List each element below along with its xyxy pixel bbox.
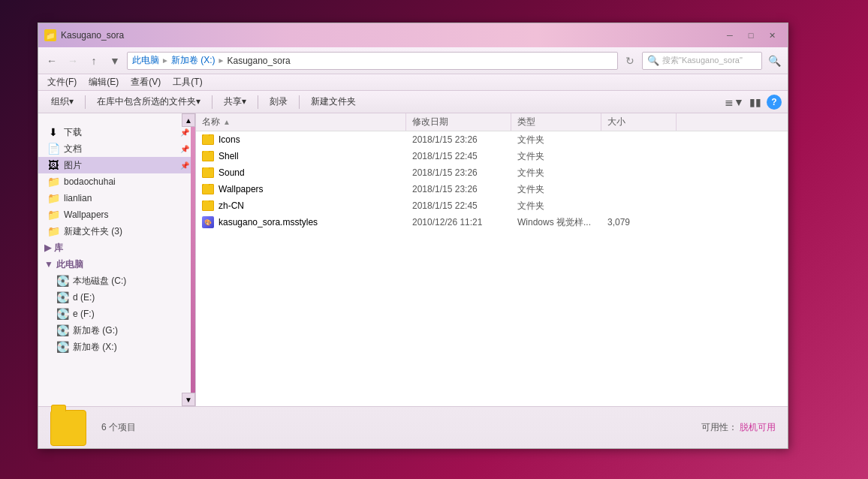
folder-icon bbox=[202, 200, 214, 211]
table-row[interactable]: Icons 2018/1/15 23:26 文件夹 bbox=[196, 131, 788, 148]
pin-icon-3: 📌 bbox=[180, 161, 189, 170]
drive-g-icon: 💽 bbox=[56, 324, 68, 336]
sidebar-item-documents[interactable]: 📄 文档 📌 bbox=[38, 140, 195, 157]
drive-c-icon: 💽 bbox=[56, 275, 68, 287]
pin-icon: 📌 bbox=[180, 128, 189, 137]
sidebar-item-bodaochuhai-label: bodaochuhai bbox=[64, 176, 116, 187]
folder-icon-lian: 📁 bbox=[47, 192, 59, 204]
pictures-icon: 🖼 bbox=[47, 159, 59, 171]
col-type[interactable]: 类型 bbox=[511, 113, 601, 131]
sidebar-item-local-c[interactable]: 💽 本地磁盘 (C:) bbox=[38, 273, 195, 289]
menu-edit[interactable]: 编辑(E) bbox=[83, 74, 125, 90]
burn-button[interactable]: 刻录 bbox=[263, 94, 294, 110]
file-name-icons: Icons bbox=[196, 134, 406, 145]
search-box[interactable]: 🔍 搜索"Kasugano_sora" bbox=[642, 52, 762, 70]
sidebar-item-drive-g[interactable]: 💽 新加卷 (G:) bbox=[38, 322, 195, 339]
file-name-msstyles: 🎨 kasugano_sora.msstyles bbox=[196, 216, 406, 228]
back-button[interactable]: ← bbox=[43, 52, 61, 70]
toolbar-separator-2 bbox=[212, 95, 212, 109]
file-date-wallpapers: 2018/1/15 23:26 bbox=[406, 184, 511, 194]
sidebar-item-new-folder-label: 新建文件夹 (3) bbox=[64, 225, 122, 238]
table-row[interactable]: Wallpapers 2018/1/15 23:26 文件夹 bbox=[196, 181, 788, 197]
status-bar: 6 个项目 可用性： 脱机可用 bbox=[38, 406, 788, 448]
folder-icon bbox=[202, 134, 214, 145]
menu-view[interactable]: 查看(V) bbox=[125, 74, 167, 90]
table-row[interactable]: Shell 2018/1/15 22:45 文件夹 bbox=[196, 148, 788, 164]
menu-bar: 文件(F) 编辑(E) 查看(V) 工具(T) bbox=[38, 74, 788, 91]
status-count: 6 个项目 bbox=[101, 421, 136, 434]
search-button[interactable]: 🔍 bbox=[765, 52, 783, 70]
sidebar-item-bodaochuhai[interactable]: 📁 bodaochuhai bbox=[38, 173, 195, 190]
file-type-zhcn: 文件夹 bbox=[511, 200, 601, 212]
recent-locations-button[interactable]: ▼ bbox=[106, 52, 124, 70]
organize-button[interactable]: 组织▾ bbox=[44, 94, 80, 110]
sidebar-scroll-down[interactable]: ▼ bbox=[182, 393, 195, 406]
file-date-shell: 2018/1/15 22:45 bbox=[406, 151, 511, 161]
file-header: 名称 ▲ 修改日期 类型 大小 bbox=[196, 113, 788, 131]
main-area: ▲ ⬇ 下载 📌 📄 文档 📌 🖼 图片 📌 📁 bbox=[38, 113, 788, 406]
table-row[interactable]: zh-CN 2018/1/15 22:45 文件夹 bbox=[196, 197, 788, 214]
sidebar-item-documents-label: 文档 bbox=[64, 143, 82, 155]
sidebar-item-drive-d[interactable]: 💽 d (E:) bbox=[38, 289, 195, 306]
search-icon: 🔍 bbox=[647, 55, 659, 66]
sidebar-item-local-c-label: 本地磁盘 (C:) bbox=[73, 275, 126, 288]
window-title: Kasugano_sora bbox=[61, 30, 720, 41]
breadcrumb-pc[interactable]: 此电脑 bbox=[132, 54, 159, 67]
col-name[interactable]: 名称 ▲ bbox=[196, 113, 406, 131]
file-type-msstyles: Windows 视觉样... bbox=[511, 216, 601, 229]
sidebar-item-pictures-label: 图片 bbox=[64, 159, 82, 172]
file-date-msstyles: 2010/12/26 11:21 bbox=[406, 217, 511, 227]
sidebar-item-lianlian[interactable]: 📁 lianlian bbox=[38, 190, 195, 206]
folder-icon-new: 📁 bbox=[47, 225, 59, 237]
drive-e-icon: 💽 bbox=[56, 308, 68, 320]
up-button[interactable]: ↑ bbox=[85, 52, 103, 70]
table-row[interactable]: 🎨 kasugano_sora.msstyles 2010/12/26 11:2… bbox=[196, 214, 788, 230]
file-date-icons: 2018/1/15 23:26 bbox=[406, 134, 511, 145]
new-folder-button[interactable]: 新建文件夹 bbox=[304, 94, 363, 110]
file-area: 名称 ▲ 修改日期 类型 大小 Icons bbox=[196, 113, 788, 406]
sidebar-item-lianlian-label: lianlian bbox=[64, 193, 92, 203]
document-icon: 📄 bbox=[47, 143, 59, 155]
table-row[interactable]: Sound 2018/1/15 23:26 文件夹 bbox=[196, 164, 788, 181]
file-type-shell: 文件夹 bbox=[511, 150, 601, 163]
sidebar-item-wallpapers[interactable]: 📁 Wallpapers bbox=[38, 206, 195, 223]
breadcrumb-current: Kasugano_sora bbox=[227, 56, 290, 66]
sidebar-item-downloads[interactable]: ⬇ 下载 📌 bbox=[38, 124, 195, 140]
breadcrumb: 此电脑 ► 新加卷 (X:) ► Kasugano_sora bbox=[127, 52, 618, 70]
menu-file[interactable]: 文件(F) bbox=[41, 74, 83, 90]
sidebar-item-drive-x[interactable]: 💽 新加卷 (X:) bbox=[38, 339, 195, 355]
minimize-button[interactable]: ─ bbox=[720, 28, 740, 43]
this-pc-section: ▼ 此电脑 bbox=[38, 256, 195, 273]
file-name-zhcn: zh-CN bbox=[196, 200, 406, 211]
view-toggle-button[interactable]: ≣▼ bbox=[725, 94, 744, 110]
drive-d-icon: 💽 bbox=[56, 291, 68, 303]
breadcrumb-drive[interactable]: 新加卷 (X:) bbox=[171, 54, 215, 67]
file-name-shell: Shell bbox=[196, 151, 406, 161]
sidebar-item-pictures[interactable]: 🖼 图片 📌 bbox=[38, 157, 195, 173]
toolbar-separator-1 bbox=[85, 95, 86, 109]
pin-icon-2: 📌 bbox=[180, 145, 189, 153]
sidebar-item-new-folder[interactable]: 📁 新建文件夹 (3) bbox=[38, 223, 195, 240]
file-type-sound: 文件夹 bbox=[511, 167, 601, 179]
sidebar-item-drive-e-label: e (F:) bbox=[73, 309, 95, 319]
forward-button[interactable]: → bbox=[64, 52, 82, 70]
share-button[interactable]: 共享▾ bbox=[217, 94, 253, 110]
library-button[interactable]: 在库中包含所选的文件夹▾ bbox=[90, 94, 207, 110]
maximize-button[interactable]: □ bbox=[741, 28, 761, 43]
address-bar: ← → ↑ ▼ 此电脑 ► 新加卷 (X:) ► Kasugano_sora ↻… bbox=[38, 47, 788, 74]
sidebar-item-drive-e[interactable]: 💽 e (F:) bbox=[38, 306, 195, 322]
toolbar-separator-3 bbox=[258, 95, 258, 109]
col-size[interactable]: 大小 bbox=[601, 113, 677, 131]
refresh-button[interactable]: ↻ bbox=[621, 52, 639, 70]
toolbar-separator-4 bbox=[299, 95, 300, 109]
folder-icon-boda: 📁 bbox=[47, 176, 59, 188]
col-date[interactable]: 修改日期 bbox=[406, 113, 511, 131]
availability-label: 可用性： bbox=[701, 422, 737, 432]
sidebar-scroll-up[interactable]: ▲ bbox=[182, 113, 195, 127]
close-button[interactable]: ✕ bbox=[762, 28, 782, 43]
menu-tools[interactable]: 工具(T) bbox=[167, 74, 208, 90]
sidebar-item-wallpapers-label: Wallpapers bbox=[64, 209, 109, 220]
help-button[interactable]: ? bbox=[767, 95, 782, 110]
preview-pane-button[interactable]: ▮▮ bbox=[746, 94, 765, 110]
file-name-sound: Sound bbox=[196, 167, 406, 178]
